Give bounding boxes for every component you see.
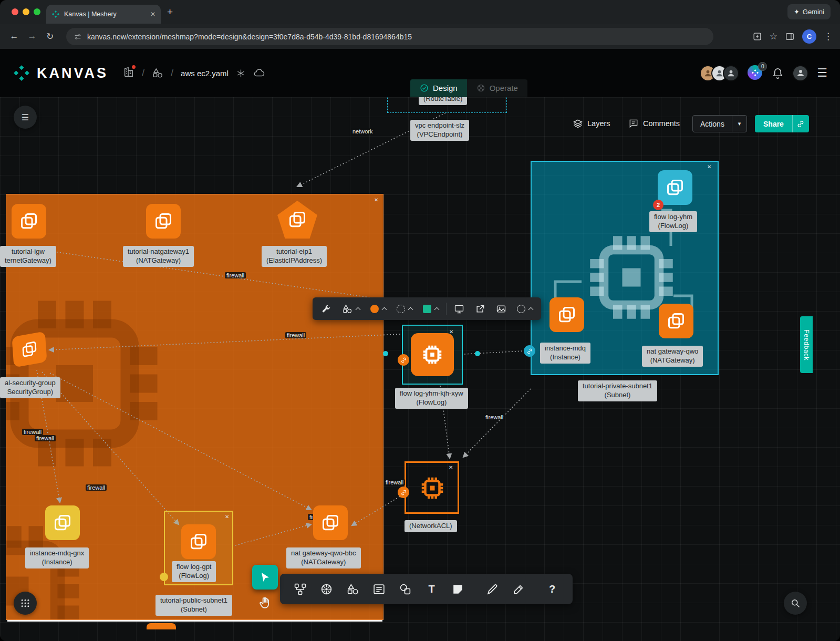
node-flow-log-gpt[interactable]	[181, 524, 216, 559]
export-image-button[interactable]	[491, 297, 512, 320]
lens-picker-button[interactable]	[512, 297, 538, 320]
resize-handle[interactable]	[383, 351, 388, 356]
shape-picker-button[interactable]	[337, 297, 365, 320]
site-settings-icon[interactable]	[74, 33, 82, 41]
region-corner-marker[interactable]: ✕	[374, 197, 378, 203]
gemini-button[interactable]: ✦ Gemini	[787, 4, 831, 19]
canvas-menu-button[interactable]: ☰	[14, 106, 37, 129]
resize-handle[interactable]	[475, 351, 480, 356]
node-label-private-subnet: tutorial-private-subnet1(Subnet)	[578, 380, 657, 401]
browser-menu-icon[interactable]: ⋮	[824, 31, 833, 42]
tab-close-icon[interactable]: ✕	[150, 11, 155, 18]
node-flow-log-kjh[interactable]	[411, 333, 454, 376]
help-button[interactable]: ?	[539, 574, 565, 604]
node-security-group[interactable]	[12, 331, 47, 367]
node-nat-gateway-qwo[interactable]	[659, 304, 693, 338]
save-icon[interactable]	[752, 32, 762, 42]
app-menu-icon[interactable]: ☰	[817, 66, 827, 80]
share-button[interactable]: Share	[755, 115, 809, 132]
group-shapes-tool[interactable]	[392, 574, 419, 604]
node-label-flow-log-gpt: flow log-gpt(FlowLog)	[172, 561, 216, 582]
edge-label: firewall	[384, 479, 405, 485]
port-handle[interactable]	[160, 573, 168, 581]
close-window-button[interactable]	[12, 8, 18, 15]
edge-connect-handle[interactable]	[524, 345, 535, 357]
design-canvas[interactable]: ✕ ✕	[0, 97, 840, 641]
edge-connect-handle[interactable]	[398, 487, 409, 498]
tab-design[interactable]: Design	[410, 79, 467, 97]
fit-screen-button[interactable]	[449, 297, 470, 320]
user-avatar[interactable]	[792, 65, 808, 81]
pencil-tool[interactable]	[505, 574, 532, 604]
apps-grid-icon	[20, 598, 30, 608]
back-button[interactable]: ←	[5, 31, 23, 42]
organization-icon[interactable]	[123, 66, 134, 80]
notes-tool[interactable]	[366, 574, 392, 604]
node-nat-gateway-1[interactable]	[146, 204, 181, 239]
forward-button[interactable]: →	[23, 31, 41, 42]
zoom-search-button[interactable]	[784, 592, 807, 615]
fill-color-picker-button[interactable]	[365, 297, 391, 320]
share-link-icon[interactable]	[792, 115, 809, 132]
chevron-up-icon	[382, 307, 387, 313]
node-nat-gateway-bbc[interactable]	[313, 505, 348, 540]
sticky-note-tool[interactable]	[444, 574, 471, 604]
pan-tool-button[interactable]	[252, 591, 278, 614]
shapes-tool[interactable]	[340, 574, 366, 604]
stroke-style-picker-button[interactable]	[391, 297, 418, 320]
chevron-up-icon	[356, 307, 361, 313]
actions-label: Actions	[693, 120, 732, 128]
tab-operate[interactable]: Operate	[467, 79, 527, 97]
apps-grid-button[interactable]	[14, 592, 37, 615]
credits-badge[interactable]: 0	[748, 65, 763, 81]
cloud-sync-icon[interactable]	[253, 67, 265, 79]
browser-profile-avatar[interactable]: C	[802, 29, 816, 44]
edge-label: firewall	[86, 484, 107, 491]
sparkle-icon: ✦	[794, 8, 800, 16]
comments-button[interactable]: Comments	[628, 118, 680, 129]
comments-label: Comments	[643, 119, 680, 128]
text-tool[interactable]: T	[419, 574, 445, 604]
kanvas-logo[interactable]: KANVAS	[13, 64, 108, 82]
components-graph-tool[interactable]	[287, 574, 314, 604]
design-file-name[interactable]: aws ec2.yaml	[181, 69, 229, 78]
node-internet-gateway[interactable]	[12, 204, 46, 239]
collaborator-avatar[interactable]	[723, 65, 739, 81]
node-corner-marker[interactable]: ✕	[449, 329, 453, 335]
bookmark-star-icon[interactable]: ☆	[770, 31, 777, 42]
address-bar[interactable]: kanvas.new/extension/meshmap?mode=design…	[66, 28, 713, 45]
collaborator-avatars[interactable]	[700, 65, 739, 81]
theme-picker-button[interactable]	[418, 297, 444, 320]
node-partially-visible[interactable]	[147, 623, 176, 629]
node-instance-gnx[interactable]	[45, 505, 80, 540]
browser-tab[interactable]: Kanvas | Meshery ✕	[46, 5, 161, 24]
pen-tool[interactable]	[479, 574, 505, 604]
open-in-new-button[interactable]	[470, 297, 491, 320]
node-instance-mdq[interactable]	[549, 297, 584, 332]
minimize-window-button[interactable]	[23, 8, 29, 15]
notifications-bell-icon[interactable]	[772, 67, 784, 79]
workspace-icon[interactable]	[152, 67, 163, 79]
node-corner-marker[interactable]: ✕	[449, 464, 453, 470]
actions-button[interactable]: Actions ▾	[692, 115, 747, 132]
configure-tool-button[interactable]	[316, 297, 337, 320]
node-corner-marker[interactable]: ✕	[225, 514, 229, 520]
region-corner-marker[interactable]: ✕	[707, 164, 711, 170]
maximize-window-button[interactable]	[34, 8, 40, 15]
reload-button[interactable]: ↻	[41, 31, 59, 42]
window-controls	[12, 8, 40, 15]
edge-label: firewall	[35, 435, 56, 441]
actions-caret[interactable]: ▾	[732, 116, 746, 132]
side-panel-icon[interactable]	[785, 32, 795, 42]
feedback-tab[interactable]: Feedback	[800, 316, 813, 373]
snowflake-icon[interactable]	[236, 68, 246, 78]
edge-label: firewall	[225, 272, 246, 278]
layers-button[interactable]: Layers	[573, 118, 610, 129]
node-label-security-group: al-security-groupSecurityGroup)	[0, 377, 60, 398]
new-tab-button[interactable]: +	[167, 6, 173, 18]
kubernetes-tool[interactable]	[314, 574, 340, 604]
node-flow-log-yhm[interactable]	[658, 170, 692, 205]
layers-icon	[573, 118, 583, 129]
edge-connect-handle[interactable]	[398, 354, 409, 366]
select-tool-button[interactable]	[252, 565, 278, 590]
